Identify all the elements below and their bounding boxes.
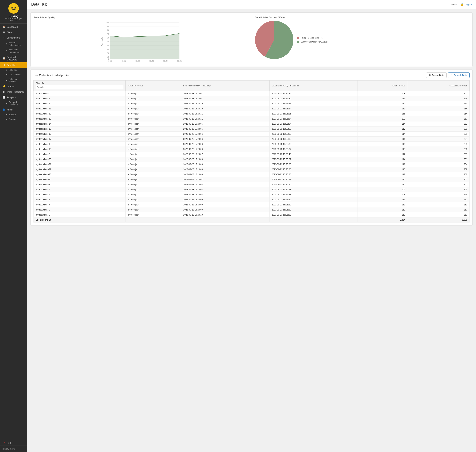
cell-policy-ids: enforce-json [126, 111, 181, 116]
cell-client-id: my-test-client-7 [34, 202, 126, 207]
sidebar-item-clients[interactable]: 🖥 Clients [0, 30, 27, 35]
footer-empty2 [181, 218, 269, 223]
cell-failed: 109 [357, 187, 407, 192]
delete-data-button[interactable]: 🗑 Delete Data [426, 73, 447, 78]
svg-text:70: 70 [107, 33, 109, 35]
cell-client-id: my-test-client-22 [34, 167, 126, 172]
sidebar-label-clients: Clients [7, 31, 13, 34]
footer-client-count: Client count: 25 [34, 218, 126, 223]
col-header-failed-policies: Failed Policies [357, 80, 407, 91]
table-row: my-test-client-14 enforce-json 2023-09-2… [34, 121, 469, 126]
sidebar-item-behavior-policies[interactable]: Behavior Policies [0, 77, 27, 84]
refresh-data-button[interactable]: ↻ Refresh Data [448, 73, 469, 78]
table-row: my-test-client-6 enforce-json 2023-09-23… [34, 197, 469, 202]
sidebar-item-support[interactable]: Support [0, 117, 27, 121]
cell-first-failed: 2023-09-23 15:20:09 [181, 197, 269, 202]
svg-text:0: 0 [108, 58, 109, 60]
table-row: my-test-client-1 enforce-json 2023-09-23… [34, 96, 469, 101]
cell-failed: 116 [357, 142, 407, 147]
cell-failed: 108 [357, 91, 407, 96]
cell-client-id: my-test-client-23 [34, 172, 126, 177]
cell-client-id: my-test-client-24 [34, 177, 126, 182]
legend-item-failed: Failed Policies (29.94%) [297, 37, 328, 39]
table-row: my-test-client-18 enforce-json 2023-09-2… [34, 142, 469, 147]
nav-section-main: 🏠 Dashboard 🖥 Clients ↔ Subscriptions Sh… [0, 24, 27, 122]
legend-label-success: Successful Policies (70.05%) [301, 41, 328, 43]
cell-last-failed: 2023-09-23 15:25:37 [270, 147, 357, 152]
col-header-first-failed: First Failed Policy Timestamp [181, 80, 269, 91]
cell-last-failed: 2023-09-23 15:25:40 [270, 182, 357, 187]
cell-failed: 117 [357, 152, 407, 157]
sidebar-item-retained-messages[interactable]: 📋 Retained Messages [0, 54, 27, 62]
sidebar-item-shared-subscriptions[interactable]: Shared Subscriptions [0, 40, 27, 47]
sidebar-label-backup: Backup [9, 113, 16, 116]
cell-policy-ids: enforce-json [126, 192, 181, 197]
cell-policy-ids: enforce-json [126, 172, 181, 177]
dot-icon [6, 74, 7, 75]
svg-text:15:20: 15:20 [107, 60, 112, 62]
cell-last-failed: 2023-09-23 15:25:39 [270, 91, 357, 96]
sidebar-item-data-hub[interactable]: 🗄 Data Hub [0, 62, 27, 68]
cell-policy-ids: enforce-json [126, 152, 181, 157]
cell-successful: 264 [407, 96, 469, 101]
client-id-search[interactable] [36, 85, 123, 89]
logo-icon [10, 5, 17, 12]
cell-policy-ids: enforce-json [126, 162, 181, 167]
cell-policy-ids: enforce-json [126, 132, 181, 137]
sidebar-item-backup[interactable]: Backup [0, 112, 27, 117]
cell-successful: 260 [407, 177, 469, 182]
cell-client-id: my-test-client-20 [34, 157, 126, 162]
cell-failed: 119 [357, 147, 407, 152]
cell-policy-ids: enforce-json [126, 126, 181, 132]
svg-text:40: 40 [107, 45, 109, 47]
cell-failed: 114 [357, 182, 407, 187]
cell-policy-ids: enforce-json [126, 96, 181, 101]
cell-policy-ids: enforce-json [126, 187, 181, 192]
table-row: my-test-client-10 enforce-json 2023-09-2… [34, 101, 469, 106]
admin-icon: 👤 [2, 108, 5, 111]
sidebar-item-dashboard[interactable]: 🏠 Dashboard [0, 24, 27, 30]
svg-text:15:25: 15:25 [177, 60, 182, 62]
sidebar-item-data-policies[interactable]: Data Policies [0, 72, 27, 77]
cell-client-id: my-test-client-6 [34, 197, 126, 202]
dot-icon [6, 70, 7, 71]
sidebar-item-trace-recordings[interactable]: ⏺ Trace Recordings [0, 89, 27, 95]
dot-icon [6, 80, 7, 81]
cell-successful: 259 [407, 142, 469, 147]
analytics-icon: 📈 [2, 96, 5, 99]
cell-first-failed: 2023-09-23 15:20:08 [181, 187, 269, 192]
sidebar-label-admin: Admin [7, 108, 13, 111]
cell-first-failed: 2023-09-23 15:20:06 [181, 142, 269, 147]
table-row: my-test-client-7 enforce-json 2023-09-23… [34, 202, 469, 207]
line-chart-title: Data Policies Quality [34, 16, 248, 19]
page-title: Data Hub [31, 2, 47, 7]
cell-successful: 261 [407, 182, 469, 187]
dot-icon [6, 114, 7, 115]
sidebar-item-help[interactable]: ❓ Help [0, 440, 27, 445]
table-row: my-test-client-11 enforce-json 2023-09-2… [34, 106, 469, 111]
sidebar-item-admin[interactable]: 👤 Admin [0, 107, 27, 112]
sidebar-item-extension-consumers[interactable]: Extension Consumers [0, 47, 27, 54]
sidebar-item-license[interactable]: 🔑 License [0, 84, 27, 89]
topbar-right: admin | 🔓 Logout [451, 3, 472, 6]
cell-last-failed: 2023-09-23 15:25:40 [270, 152, 357, 157]
table-row: my-test-client-16 enforce-json 2023-09-2… [34, 132, 469, 137]
cell-successful: 260 [407, 207, 469, 213]
col-header-client-id[interactable]: Client ID [34, 80, 126, 91]
sidebar-item-schemas[interactable]: Schemas [0, 68, 27, 72]
sidebar-item-subscriptions[interactable]: ↔ Subscriptions [0, 35, 27, 40]
cell-client-id: my-test-client-17 [34, 137, 126, 142]
sidebar-item-dropped-messages[interactable]: Dropped Messages [0, 100, 27, 107]
sidebar-label-behavior-policies: Behavior Policies [9, 78, 25, 83]
brand-name: HiveMQ [9, 15, 18, 18]
logout-link[interactable]: Logout [465, 3, 472, 6]
cell-last-failed: 2023-09-23 15:25:34 [270, 121, 357, 126]
cell-last-failed: 2023-09-23 15:25:33 [270, 207, 357, 213]
sidebar-label-help: Help [7, 442, 11, 444]
sidebar-item-analytics[interactable]: 📈 Analytics [0, 95, 27, 100]
version-label: HiveMQ 4.20.0 [0, 445, 27, 452]
sidebar-label-analytics: Analytics [7, 96, 16, 99]
cell-first-failed: 2023-09-23 15:20:07 [181, 177, 269, 182]
cell-first-failed: 2023-09-23 15:20:08 [181, 192, 269, 197]
cell-failed: 111 [357, 96, 407, 101]
